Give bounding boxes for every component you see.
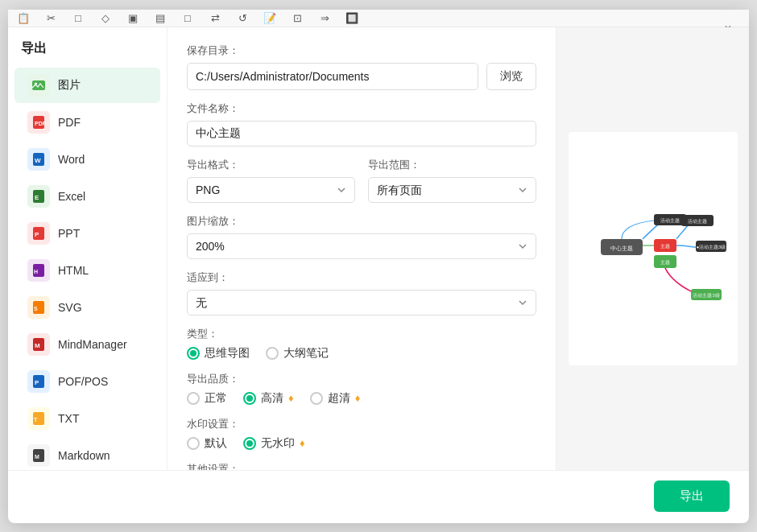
watermark-none[interactable]: 无水印 ♦ [243, 436, 305, 451]
format-select[interactable]: PNG JPG BMP GIF TIFF [187, 177, 355, 203]
mindmap-svg: 中心主题 主题 活动主题 活动主题 ●活动主题3 [577, 184, 730, 313]
type-mindmap-label: 思维导图 [205, 346, 250, 361]
type-outline-label: 大纲笔记 [283, 346, 329, 361]
svg-text:T: T [34, 417, 38, 423]
range-select[interactable]: 所有页面 当前页面 [368, 177, 536, 203]
type-outline-radio[interactable] [266, 347, 279, 360]
sidebar-title: 导出 [8, 40, 167, 67]
sidebar-label-ppt: PPT [58, 227, 80, 240]
quality-radio-group: 正常 高清 ♦ 超清 ♦ [187, 391, 536, 406]
toolbar-icon-8: ⇄ [206, 9, 224, 27]
svg-text:●活动主题3级: ●活动主题3级 [696, 244, 725, 250]
preview-panel: 中心主题 主题 活动主题 活动主题 ●活动主题3 [556, 27, 749, 470]
quality-group: 导出品质： 正常 高清 ♦ 超清 ♦ [187, 372, 536, 406]
toolbar-icon-11: ⊡ [288, 9, 306, 27]
quality-normal[interactable]: 正常 [187, 391, 227, 406]
sidebar-item-html[interactable]: H HTML [14, 253, 160, 288]
preview-canvas: 中心主题 主题 活动主题 活动主题 ●活动主题3 [569, 132, 738, 365]
adapt-group: 适应到： 无 A4 A3 [187, 270, 536, 315]
sidebar-item-mindmanager[interactable]: M MindManager [14, 327, 160, 362]
quality-ultra[interactable]: 超清 ♦ [310, 391, 361, 406]
svg-text:E: E [35, 194, 39, 201]
toolbar-icon-12: ⇒ [316, 9, 333, 27]
toolbar-icon-7: □ [179, 9, 196, 27]
svg-text:中心主题: 中心主题 [610, 245, 633, 251]
sidebar-label-mindmanager: MindManager [58, 338, 127, 351]
browse-button[interactable]: 浏览 [486, 63, 536, 90]
svg-text:M: M [35, 342, 40, 349]
watermark-none-radio[interactable] [243, 437, 256, 450]
html-icon: H [27, 259, 50, 282]
save-dir-label: 保存目录： [187, 43, 536, 58]
quality-normal-label: 正常 [205, 391, 227, 406]
quality-hd-radio[interactable] [243, 392, 256, 405]
export-dialog: 📋 ✂ □ ◇ ▣ ▤ □ ⇄ ↺ 📝 ⊡ ⇒ 🔲 × 导出 图片 [8, 10, 749, 523]
markdown-icon: M [27, 444, 50, 467]
sidebar-item-markdown[interactable]: M Markdown [14, 438, 160, 470]
adapt-select[interactable]: 无 A4 A3 [187, 290, 536, 315]
quality-hd[interactable]: 高清 ♦ [243, 391, 294, 406]
svg-text:主题: 主题 [660, 259, 670, 265]
pdf-icon: PDF [27, 111, 50, 134]
watermark-group: 水印设置： 默认 无水印 ♦ [187, 417, 536, 451]
type-mindmap-radio[interactable] [187, 347, 200, 360]
sidebar: 导出 图片 PDF PDF W Word [8, 27, 168, 470]
watermark-radio-group: 默认 无水印 ♦ [187, 436, 536, 451]
range-label: 导出范围： [368, 158, 536, 172]
sidebar-item-pdf[interactable]: PDF PDF [14, 105, 160, 140]
sidebar-label-pof: POF/POS [58, 375, 108, 388]
mindmanager-icon: M [27, 333, 50, 356]
watermark-default-radio[interactable] [187, 437, 200, 450]
ppt-icon: P [27, 222, 50, 245]
format-range-row: 导出格式： PNG JPG BMP GIF TIFF 导出范围： 所有页面 [187, 158, 536, 203]
watermark-pro-icon: ♦ [300, 437, 305, 449]
toolbar-icon-3: □ [69, 9, 87, 27]
word-icon: W [27, 148, 50, 171]
format-range-group: 导出格式： PNG JPG BMP GIF TIFF 导出范围： 所有页面 [187, 158, 536, 203]
svg-text:P: P [35, 379, 39, 386]
toolbar-icon-2: ✂ [42, 9, 60, 27]
svg-text:P: P [35, 231, 39, 238]
pof-icon: P [27, 370, 50, 393]
sidebar-label-html: HTML [58, 264, 89, 277]
toolbar-icon-9: ↺ [234, 9, 251, 27]
toolbar-strip: 📋 ✂ □ ◇ ▣ ▤ □ ⇄ ↺ 📝 ⊡ ⇒ 🔲 [8, 10, 749, 27]
sidebar-item-ppt[interactable]: P PPT [14, 216, 160, 251]
sidebar-label-word: Word [58, 153, 85, 166]
sidebar-item-pof[interactable]: P POF/POS [14, 364, 160, 399]
filename-group: 文件名称： [187, 101, 536, 146]
quality-ultra-radio[interactable] [310, 392, 323, 405]
watermark-default[interactable]: 默认 [187, 436, 227, 451]
type-group: 类型： 思维导图 大纲笔记 [187, 327, 536, 361]
save-dir-input[interactable] [187, 63, 478, 90]
sidebar-label-markdown: Markdown [58, 449, 110, 462]
format-group: 导出格式： PNG JPG BMP GIF TIFF [187, 158, 355, 203]
sidebar-item-word[interactable]: W Word [14, 142, 160, 177]
other-label: 其他设置： [187, 462, 536, 470]
sidebar-item-image[interactable]: 图片 [14, 68, 160, 103]
quality-ultra-label: 超清 [328, 391, 350, 406]
sidebar-item-svg[interactable]: S SVG [14, 290, 160, 325]
type-outline[interactable]: 大纲笔记 [266, 346, 329, 361]
zoom-select[interactable]: 50% 75% 100% 150% 200% 300% [187, 233, 536, 259]
filename-label: 文件名称： [187, 101, 536, 116]
type-mindmap[interactable]: 思维导图 [187, 346, 250, 361]
sidebar-item-excel[interactable]: E Excel [14, 179, 160, 214]
toolbar-icon-10: 📝 [261, 9, 279, 27]
range-group: 导出范围： 所有页面 当前页面 [368, 158, 536, 203]
zoom-label: 图片缩放： [187, 214, 536, 229]
txt-icon: T [27, 407, 50, 430]
filename-input[interactable] [187, 121, 536, 146]
other-group: 其他设置： 透明 背景 收缩图标 [187, 462, 536, 470]
sidebar-item-txt[interactable]: T TXT [14, 401, 160, 436]
svg-text:活动主题: 活动主题 [660, 217, 680, 223]
svg-text:活动主题: 活动主题 [688, 218, 707, 224]
save-dir-group: 保存目录： 浏览 [187, 43, 536, 90]
watermark-label: 水印设置： [187, 417, 536, 431]
format-label: 导出格式： [187, 158, 355, 172]
export-button[interactable]: 导出 [654, 480, 730, 512]
svg-text:H: H [34, 269, 38, 274]
svg-text:W: W [35, 157, 41, 164]
quality-normal-radio[interactable] [187, 392, 200, 405]
watermark-none-label: 无水印 [261, 436, 295, 451]
